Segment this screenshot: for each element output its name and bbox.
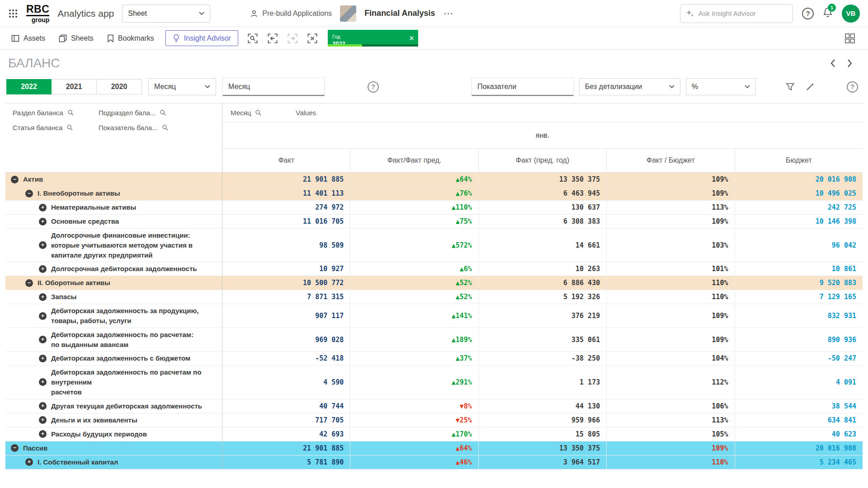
prev-sheet-button[interactable] <box>830 59 835 68</box>
step-forward-button[interactable] <box>284 30 301 47</box>
cell-fact: 4 590 <box>222 366 350 399</box>
cell-budget: 4 091 <box>735 366 863 399</box>
cell-budget: 5 234 465 <box>735 455 863 469</box>
cell-delta: ▲75% <box>350 215 478 228</box>
tab-assets[interactable]: Assets <box>5 27 52 49</box>
lightbulb-icon <box>173 34 180 43</box>
expand-icon[interactable]: + <box>39 402 47 410</box>
close-icon[interactable]: ✕ <box>409 34 415 42</box>
app-grid-icon[interactable] <box>8 9 18 19</box>
sheet-toolbar: Assets Sheets Bookmarks Insight Advisor <box>0 27 868 50</box>
clear-selections-button[interactable] <box>304 30 321 47</box>
cell-budget: 7 129 165 <box>735 290 863 304</box>
insight-advisor-button[interactable]: Insight Advisor <box>165 30 238 46</box>
month-listbox-title: Месяц <box>228 83 250 91</box>
expand-icon[interactable]: + <box>39 293 47 301</box>
help-icon-filters[interactable]: ? <box>368 81 379 93</box>
next-sheet-button[interactable] <box>847 59 853 68</box>
search-icon[interactable] <box>162 124 169 131</box>
cell-fact: 10 927 <box>222 262 350 276</box>
balance-pivot-table: Раздел баланса Подраздел бала... Статья … <box>5 103 863 469</box>
tab-sheets[interactable]: Sheets <box>52 27 100 49</box>
prebuild-applications-link[interactable]: Pre-build Applications <box>250 9 332 18</box>
row-header-cell: +Запасы <box>5 290 222 304</box>
search-icon[interactable] <box>66 124 73 131</box>
collapse-icon[interactable]: − <box>11 176 19 183</box>
pivot-header: Раздел баланса Подраздел бала... Статья … <box>5 103 863 173</box>
year-button-2022[interactable]: 2022 <box>6 79 52 94</box>
selections-tool-button[interactable] <box>245 30 261 47</box>
search-icon[interactable] <box>160 109 166 116</box>
help-icon-right[interactable]: ? <box>847 81 858 93</box>
tab-bookmarks[interactable]: Bookmarks <box>100 27 161 49</box>
year-button-2020[interactable]: 2020 <box>97 79 142 94</box>
month-listbox[interactable]: Месяц <box>222 78 325 96</box>
sheet-layout-icon[interactable] <box>844 33 855 44</box>
cell-fact: 10 500 772 <box>222 276 350 290</box>
expand-icon[interactable]: + <box>25 458 33 466</box>
cell-fact: 717 705 <box>222 413 350 427</box>
notifications-button[interactable]: 1 <box>823 7 833 20</box>
cell-fact: 969 028 <box>222 328 350 352</box>
cell-fact-budget: 110% <box>606 276 734 290</box>
cell-fact: 42 693 <box>222 427 350 441</box>
table-row: −Пассив21 901 885▲64%13 350 375109%20 01… <box>5 441 863 455</box>
row-label: Основные средства <box>51 216 119 226</box>
search-icon[interactable] <box>67 109 74 116</box>
sheet-selector-value: Sheet <box>128 9 147 18</box>
cell-budget: 832 931 <box>735 304 863 328</box>
expand-icon[interactable]: + <box>39 312 47 320</box>
search-icon[interactable] <box>255 109 262 116</box>
collapse-icon[interactable]: − <box>11 444 19 452</box>
table-row: +Долгосрочные финансовые инвестиции: кот… <box>5 229 863 262</box>
collapse-icon[interactable]: − <box>25 279 33 287</box>
column-header-fact-vs-prev: Факт/Факт пред. <box>350 149 478 172</box>
expand-icon[interactable]: + <box>39 204 47 211</box>
detail-dropdown[interactable]: Без детализации <box>579 78 680 95</box>
magic-wand-icon[interactable] <box>805 82 815 92</box>
expand-icon[interactable]: + <box>39 241 47 249</box>
unit-dropdown[interactable]: % <box>686 78 756 95</box>
row-label: Актив <box>23 174 43 184</box>
cell-prev-year: 13 350 375 <box>478 173 606 186</box>
help-icon[interactable]: ? <box>802 8 814 19</box>
chevron-down-icon <box>205 85 210 89</box>
cell-fact: 98 509 <box>222 229 350 262</box>
year-button-2021[interactable]: 2021 <box>52 79 97 94</box>
selection-chip-year[interactable]: Год 2022 ✕ <box>328 30 418 47</box>
tab-bookmarks-label: Bookmarks <box>118 34 154 42</box>
month-dropdown[interactable]: Месяц <box>148 78 216 95</box>
row-header-cell: +Долгосрочные финансовые инвестиции: кот… <box>5 229 222 262</box>
cell-fact-budget: 112% <box>606 366 734 399</box>
column-dimensions-header: Месяц Values янв. Факт Факт/Факт пред. Ф… <box>222 103 863 172</box>
expand-icon[interactable]: + <box>39 416 47 424</box>
more-menu-button[interactable]: ⋯ <box>443 8 454 19</box>
row-header-cell: −II. Оборотные активы <box>5 276 222 290</box>
expand-icon[interactable]: + <box>39 336 47 343</box>
expand-icon[interactable]: + <box>39 430 47 438</box>
cell-budget: -50 247 <box>735 352 863 365</box>
cell-budget: 10 146 398 <box>735 215 863 228</box>
month-dropdown-value: Месяц <box>154 83 176 91</box>
logo-bottom-text: group <box>32 17 50 23</box>
row-header-cell: +I. Собственный капитал <box>5 455 222 469</box>
expand-icon[interactable]: + <box>39 265 47 273</box>
user-avatar[interactable]: VB <box>842 5 860 23</box>
insight-search[interactable] <box>680 4 793 23</box>
search-input[interactable] <box>698 9 775 17</box>
rbc-group-logo: RBC group <box>26 4 49 23</box>
expand-icon[interactable]: + <box>39 378 47 386</box>
cell-prev-year: 959 966 <box>478 413 606 427</box>
sheet-selector[interactable]: Sheet <box>122 5 210 23</box>
cell-fact-budget: 113% <box>606 413 734 427</box>
expand-icon[interactable]: + <box>39 355 47 362</box>
filter-icon[interactable] <box>785 82 795 92</box>
row-label: Долгосрочные финансовые инвестиции: кото… <box>51 230 193 260</box>
tab-assets-label: Assets <box>24 34 45 42</box>
table-row: −II. Оборотные активы10 500 772▲52%6 886… <box>5 276 863 290</box>
indicators-listbox[interactable]: Показатели <box>472 78 574 96</box>
step-back-button[interactable] <box>264 30 281 47</box>
cell-delta: ▲64% <box>350 173 478 186</box>
collapse-icon[interactable]: − <box>25 190 33 197</box>
expand-icon[interactable]: + <box>39 218 47 225</box>
